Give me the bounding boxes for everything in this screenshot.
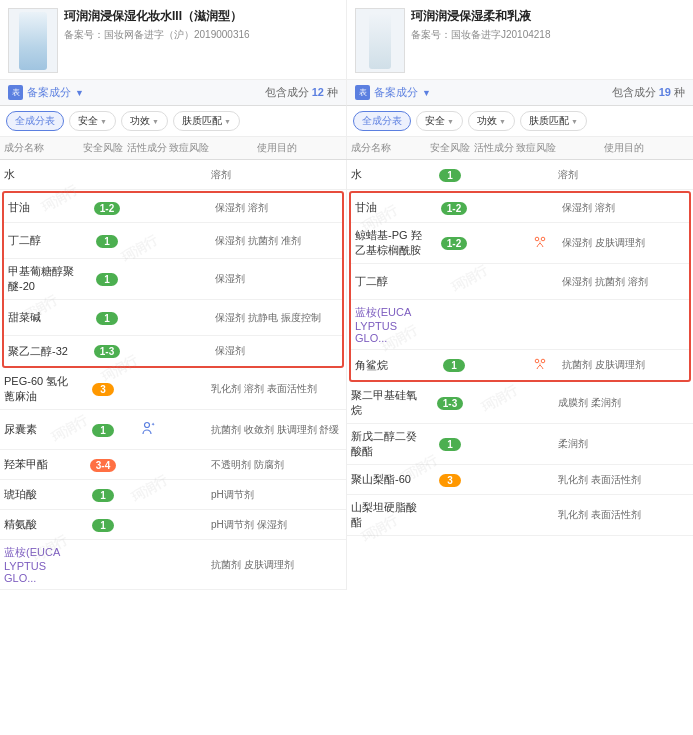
svg-point-7: [539, 362, 541, 364]
table-header-right: 成分名称 安全风险 活性成分 致痘风险 使用目的: [347, 137, 693, 159]
table-row: 新戊二醇二癸酸酯 1 柔润剂: [347, 424, 693, 465]
ingredient-name: 聚二甲基硅氧烷: [351, 388, 426, 418]
svg-point-0: [145, 423, 150, 428]
ingredient-name: 鲸蜡基-PG 羟乙基棕榈酰胺: [355, 228, 430, 258]
svg-point-6: [541, 359, 545, 363]
table-row: 甲基葡糖醇聚醚-20 1 保湿剂: [4, 259, 342, 300]
ingredient-name: 尿囊素: [4, 422, 79, 437]
filter-skin-left[interactable]: 肤质匹配 ▼: [173, 111, 240, 131]
table-row: 羟苯甲酯 3-4 不透明剂 防腐剂: [0, 450, 346, 480]
svg-point-4: [539, 240, 541, 242]
table-row: 琥珀酸 1 pH调节剂: [0, 480, 346, 510]
filter-bar-right: 全成分表 安全 ▼ 功效 ▼ 肤质匹配 ▼: [347, 106, 693, 136]
ingredient-name: 甘油: [8, 200, 83, 215]
table-row: 聚山梨酯-60 3 乳化剂 表面活性剂: [347, 465, 693, 495]
table-row: 蓝桉(EUCALYPTUS GLO...: [351, 300, 689, 350]
table-row: 聚二甲基硅氧烷 1-3 成膜剂 柔润剂: [347, 383, 693, 424]
ingredient-name: 精氨酸: [4, 517, 79, 532]
left-table: 水 溶剂 甘油 1-2 保湿剂 溶剂 丁二醇 1: [0, 160, 347, 590]
ingredient-name: PEG-60 氢化蓖麻油: [4, 374, 79, 404]
table-row: 水 溶剂: [0, 160, 346, 190]
filter-all-left[interactable]: 全成分表: [6, 111, 64, 131]
filter-bar-left: 全成分表 安全 ▼ 功效 ▼ 肤质匹配 ▼: [0, 106, 347, 136]
product-reg-left: 备案号：国妆网备进字（沪）2019000316: [64, 28, 250, 42]
ingredient-name: 水: [351, 167, 426, 182]
table-row: PEG-60 氢化蓖麻油 3 乳化剂 溶剂 表面活性剂: [0, 369, 346, 410]
table-row: 山梨坦硬脂酸酯 乳化剂 表面活性剂: [347, 495, 693, 536]
ingredient-name: 丁二醇: [355, 274, 430, 289]
ingredient-name: 羟苯甲酯: [4, 457, 79, 472]
table-header-left: 成分名称 安全风险 活性成分 致痘风险 使用目的: [0, 137, 347, 159]
filter-all-right[interactable]: 全成分表: [353, 111, 411, 131]
section-header-left: 表 备案成分 ▼ 包含成分 12 种: [0, 80, 347, 106]
svg-point-5: [535, 359, 539, 363]
svg-point-3: [541, 237, 545, 241]
section-header-right: 表 备案成分 ▼ 包含成分 19 种: [347, 80, 693, 106]
table-row: 鲸蜡基-PG 羟乙基棕榈酰胺 1-2 保湿剂 皮肤调理剂: [351, 223, 689, 264]
filing-icon-right: 表: [355, 85, 370, 100]
filter-efficacy-left[interactable]: 功效 ▼: [121, 111, 168, 131]
ingredient-name: 蓝桉(EUCALYPTUS GLO...: [4, 545, 79, 584]
filter-efficacy-right[interactable]: 功效 ▼: [468, 111, 515, 131]
product-info-left: 珂润润浸保湿化妆水III（滋润型） 备案号：国妆网备进字（沪）201900031…: [64, 8, 250, 42]
ingredient-name: 蓝桉(EUCALYPTUS GLO...: [355, 305, 430, 344]
ingredient-name: 聚乙二醇-32: [8, 344, 83, 359]
ingredient-count-right: 包含成分 19 种: [612, 85, 685, 100]
product-info-right: 珂润润浸保湿柔和乳液 备案号：国妆备进字J20104218: [411, 8, 551, 42]
ingredient-name: 丁二醇: [8, 233, 83, 248]
svg-point-2: [535, 237, 539, 241]
product-name-left: 珂润润浸保湿化妆水III（滋润型）: [64, 8, 250, 25]
filing-icon-left: 表: [8, 85, 23, 100]
ingredient-name: 山梨坦硬脂酸酯: [351, 500, 426, 530]
table-row: 聚乙二醇-32 1-3 保湿剂: [4, 336, 342, 366]
table-row: 水 1 溶剂: [347, 160, 693, 190]
ingredient-name: 角鲨烷: [355, 358, 430, 373]
table-row: 丁二醇 保湿剂 抗菌剂 溶剂: [351, 264, 689, 300]
table-row: 甜菜碱 1 保湿剂 抗静电 振度控制: [4, 300, 342, 336]
table-row: 精氨酸 1 pH调节剂 保湿剂: [0, 510, 346, 540]
filing-arrow-right[interactable]: ▼: [422, 88, 431, 98]
ingredient-name: 甜菜碱: [8, 310, 83, 325]
product-image-left: [8, 8, 58, 73]
table-row: 尿囊素 1 ✦ 抗菌剂 收敛剂 肤调理剂 舒缓: [0, 410, 346, 450]
filing-label-left[interactable]: 备案成分: [27, 85, 71, 100]
filing-label-right[interactable]: 备案成分: [374, 85, 418, 100]
filter-safety-right[interactable]: 安全 ▼: [416, 111, 463, 131]
table-row: 甘油 1-2 保湿剂 溶剂: [351, 193, 689, 223]
product-image-right: [355, 8, 405, 73]
right-table: 水 1 溶剂 甘油 1-2 保湿剂 溶剂 鲸蜡基-PG 羟乙基棕榈酰胺: [347, 160, 693, 590]
svg-text:✦: ✦: [151, 421, 155, 427]
table-row: 甘油 1-2 保湿剂 溶剂: [4, 193, 342, 223]
ingredient-name: 甲基葡糖醇聚醚-20: [8, 264, 83, 294]
ingredient-name: 聚山梨酯-60: [351, 472, 426, 487]
product-name-right: 珂润润浸保湿柔和乳液: [411, 8, 551, 25]
table-row: 丁二醇 1 保湿剂 抗菌剂 准剂: [4, 223, 342, 259]
product-reg-right: 备案号：国妆备进字J20104218: [411, 28, 551, 42]
ingredient-name: 水: [4, 167, 79, 182]
filing-arrow-left[interactable]: ▼: [75, 88, 84, 98]
ingredient-name: 甘油: [355, 200, 430, 215]
table-row: 蓝桉(EUCALYPTUS GLO... 抗菌剂 皮肤调理剂: [0, 540, 346, 590]
filter-safety-left[interactable]: 安全 ▼: [69, 111, 116, 131]
ingredient-count-left: 包含成分 12 种: [265, 85, 338, 100]
filter-skin-right[interactable]: 肤质匹配 ▼: [520, 111, 587, 131]
table-row: 角鲨烷 1 抗菌剂 皮肤调理剂: [351, 350, 689, 380]
ingredient-name: 新戊二醇二癸酸酯: [351, 429, 426, 459]
ingredient-name: 琥珀酸: [4, 487, 79, 502]
